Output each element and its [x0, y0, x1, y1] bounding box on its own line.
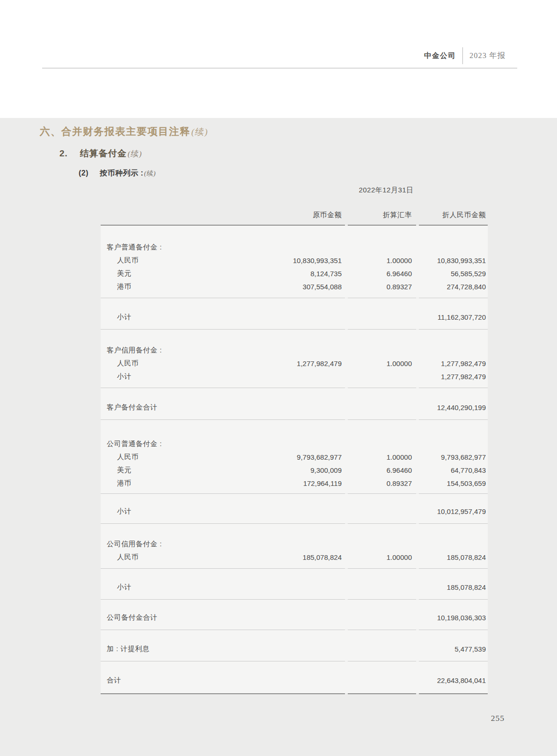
rule-segment	[101, 523, 345, 524]
block-company-ordinary: 公司普通备付金 : 人民币 9,793,682,977 1.00000 9,79…	[101, 420, 488, 493]
rule-segment	[419, 661, 488, 661]
block-customer-ordinary-subtotal: 小计 11,162,307,720	[101, 298, 488, 329]
row-label: 人民币	[101, 553, 255, 562]
table-rule	[101, 388, 488, 388]
cell-cny-amount: 12,440,290,199	[414, 404, 488, 411]
rule-segment	[348, 599, 416, 600]
rule-segment	[101, 599, 345, 600]
rule-segment	[101, 388, 345, 388]
table-row: 客户信用备付金 :	[101, 344, 488, 357]
row-label: 公司信用备付金 :	[101, 540, 255, 549]
table-row: 小计 10,012,957,479	[101, 505, 488, 518]
rule-segment	[101, 298, 345, 298]
rule-segment	[348, 523, 416, 524]
rule-segment	[101, 693, 345, 694]
row-label: 人民币	[101, 359, 255, 368]
row-label: 公司备付金合计	[101, 613, 255, 622]
column-header-original-amount: 原币金额	[255, 211, 344, 220]
table-row: 客户备付金合计 12,440,290,199	[101, 401, 488, 414]
cell-cny-amount: 274,728,840	[414, 283, 488, 291]
cell-cny-amount: 56,585,529	[414, 270, 488, 278]
table-date-header: 2022年12月31日	[316, 186, 456, 198]
row-label: 美元	[101, 466, 255, 475]
cell-cny-amount: 10,198,036,303	[414, 614, 488, 622]
rule-segment	[348, 388, 416, 388]
cell-exchange-rate: 0.89327	[344, 479, 414, 487]
cell-cny-amount: 1,277,982,479	[414, 360, 488, 367]
company-name: 中金公司	[424, 51, 456, 61]
rule-segment	[348, 568, 416, 569]
rule-segment	[419, 599, 488, 600]
table-rule	[101, 630, 488, 630]
table-row: 人民币 1,277,982,479 1.00000 1,277,982,479	[101, 357, 488, 370]
table-row: 美元 9,300,009 6.96460 64,770,843	[101, 463, 488, 477]
row-label: 人民币	[101, 453, 255, 462]
page-number: 255	[491, 713, 505, 723]
row-label: 小计	[101, 372, 255, 381]
rule-segment	[101, 630, 345, 630]
cell-cny-amount: 10,012,957,479	[414, 507, 488, 515]
row-label: 小计	[101, 507, 255, 516]
rule-segment	[419, 329, 488, 330]
row-label: 美元	[101, 269, 255, 278]
table-row: 加 : 计提利息 5,477,539	[101, 642, 488, 655]
row-label: 小计	[101, 313, 255, 322]
rule-segment	[419, 298, 488, 298]
table-row: 人民币 185,078,824 1.00000 185,078,824	[101, 550, 488, 564]
block-grand-total: 合计 22,643,804,041	[101, 661, 488, 693]
cell-exchange-rate: 0.89327	[344, 283, 414, 291]
continued-mark: (续)	[127, 148, 143, 159]
section-heading-level3-text: 按币种列示 :	[100, 169, 143, 177]
rule-segment	[348, 493, 416, 494]
table-rule-bottom	[101, 693, 488, 694]
cell-cny-amount: 185,078,824	[414, 583, 488, 591]
settlement-reserve-table: 2022年12月31日 原币金额 折算汇率 折人民币金额 客户普通备付金 : 人…	[101, 186, 488, 694]
cell-original-amount: 1,277,982,479	[255, 360, 344, 367]
cell-cny-amount: 185,078,824	[414, 553, 488, 561]
rule-segment	[419, 419, 488, 420]
rule-segment	[419, 493, 488, 494]
subsection-number: (2)	[79, 169, 88, 177]
header-rule	[42, 68, 517, 68]
rule-segment	[419, 523, 488, 524]
block-company-credit: 公司信用备付金 : 人民币 185,078,824 1.00000 185,07…	[101, 524, 488, 568]
cell-cny-amount: 5,477,539	[414, 645, 488, 653]
cell-cny-amount: 10,830,993,351	[414, 257, 488, 264]
block-company-credit-subtotal: 小计 185,078,824	[101, 569, 488, 599]
table-column-headers: 原币金额 折算汇率 折人民币金额	[101, 198, 488, 225]
table-row: 公司信用备付金 :	[101, 537, 488, 550]
row-label: 加 : 计提利息	[101, 645, 255, 653]
rule-segment	[419, 630, 488, 630]
running-header: 中金公司 2023 年报	[424, 47, 506, 64]
cell-cny-amount: 64,770,843	[414, 466, 488, 474]
table-rule-top	[101, 225, 488, 226]
table-row: 客户普通备付金 :	[101, 241, 488, 254]
report-page: 中金公司 2023 年报 六、合并财务报表主要项目注释(续) 2.结算备付金(续…	[0, 0, 557, 756]
rule-segment	[348, 225, 416, 226]
rule-segment	[101, 661, 345, 661]
rule-segment	[101, 568, 345, 569]
row-label: 小计	[101, 583, 255, 592]
rule-segment	[419, 225, 488, 226]
cell-exchange-rate: 1.00000	[344, 257, 414, 264]
cell-exchange-rate: 6.96460	[344, 270, 414, 278]
block-accrued-interest: 加 : 计提利息 5,477,539	[101, 630, 488, 661]
table-row: 港币 172,964,119 0.89327 154,503,659	[101, 477, 488, 490]
cell-original-amount: 172,964,119	[255, 479, 344, 487]
cell-original-amount: 307,554,088	[255, 283, 344, 291]
table-rule	[101, 661, 488, 661]
cell-cny-amount: 154,503,659	[414, 479, 488, 487]
rule-segment	[101, 493, 345, 494]
table-row: 人民币 10,830,993,351 1.00000 10,830,993,35…	[101, 254, 488, 267]
cell-cny-amount: 9,793,682,977	[414, 453, 488, 461]
block-customer-total: 客户备付金合计 12,440,290,199	[101, 388, 488, 419]
rule-segment	[419, 693, 488, 694]
row-label: 客户普通备付金 :	[101, 243, 255, 252]
table-rule	[101, 599, 488, 600]
table-rule	[101, 419, 488, 420]
table-row: 港币 307,554,088 0.89327 274,728,840	[101, 280, 488, 293]
rule-segment	[101, 225, 345, 226]
rule-segment	[348, 419, 416, 420]
header-divider	[462, 47, 463, 64]
row-label: 客户备付金合计	[101, 403, 255, 412]
